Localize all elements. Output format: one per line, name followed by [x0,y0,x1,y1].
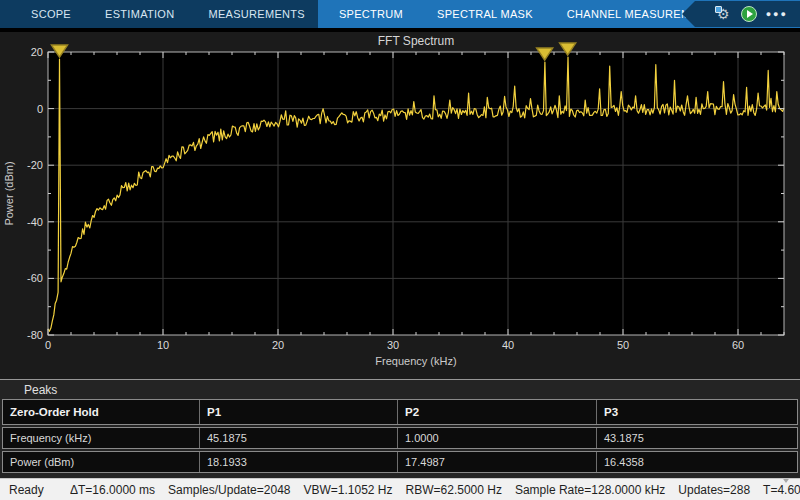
svg-text:30: 30 [387,339,399,351]
toolstrip-controls: ⚙︎ ●●● [682,1,800,27]
svg-text:-20: -20 [27,159,43,171]
peaks-table-cell: 43.1875 [596,428,795,448]
x-axis-label: Frequency (kHz) [375,355,456,367]
svg-text:-60: -60 [27,272,43,284]
svg-text:40: 40 [502,339,514,351]
status-bar: Ready ΔT=16.0000 msSamples/Update=2048VB… [0,478,800,500]
svg-text:0: 0 [37,103,43,115]
svg-text:10: 10 [157,339,169,351]
peaks-table-cell: 17.4987 [397,452,596,472]
peaks-table-header-cell: P2 [397,400,596,424]
chart-title: FFT Spectrum [378,34,454,48]
status-item: Sample Rate=128.0000 kHz [515,483,665,497]
peaks-table-cell: 16.4358 [596,452,795,472]
peaks-table-row: Frequency (kHz)45.18751.000043.1875 [2,427,798,449]
peaks-panel-title: Peaks [0,380,800,399]
status-item: Samples/Update=2048 [168,483,290,497]
svg-text:60: 60 [732,339,744,351]
peaks-table-cell: 18.1933 [199,452,397,472]
peaks-table-cell: Frequency (kHz) [3,428,199,448]
tab-spectral-mask[interactable]: SPECTRAL MASK [420,0,550,28]
play-icon [747,10,753,18]
peaks-table: Zero-Order HoldP1P2P3Frequency (kHz)45.1… [2,399,798,473]
tab-measurements[interactable]: MEASUREMENTS [191,0,322,28]
svg-text:20: 20 [31,46,43,58]
peaks-panel: Peaks Zero-Order HoldP1P2P3Frequency (kH… [0,379,800,478]
status-items: ΔT=16.0000 msSamples/Update=2048VBW=1.10… [70,483,800,497]
toolstrip-tab-bar: SCOPEESTIMATIONMEASUREMENTSSPECTRUMSPECT… [0,0,800,28]
y-axis-label: Power (dBm) [3,161,15,225]
peaks-table-header-cell: P3 [596,400,795,424]
tab-estimation[interactable]: ESTIMATION [88,0,191,28]
peaks-table-header-cell: P1 [199,400,397,424]
status-item: RBW=62.5000 Hz [406,483,502,497]
svg-text:50: 50 [617,339,629,351]
run-button[interactable] [741,6,757,22]
peaks-table-row: Power (dBm)18.193317.498716.4358 [2,451,798,473]
peaks-table-cell: 1.0000 [397,428,596,448]
status-item: Updates=288 [678,483,750,497]
status-item: VBW=1.1052 Hz [303,483,392,497]
peaks-table-header-row: Zero-Order HoldP1P2P3 [2,399,798,425]
peaks-table-header-cell: Zero-Order Hold [3,400,199,424]
peaks-table-cell: Power (dBm) [3,452,199,472]
svg-text:20: 20 [272,339,284,351]
status-state: Ready [0,483,70,497]
peaks-table-cell: 45.1875 [199,428,397,448]
ellipsis-icon[interactable]: ●●● [766,9,788,19]
settings-tag-icon [715,6,722,13]
tab-list: SCOPEESTIMATIONMEASUREMENTSSPECTRUMSPECT… [0,0,738,28]
gear-icon[interactable]: ⚙︎ [715,6,732,23]
status-item: ΔT=16.0000 ms [70,483,155,497]
svg-text:-40: -40 [27,216,43,228]
tab-spectrum[interactable]: SPECTRUM [322,0,420,28]
svg-text:0: 0 [45,339,51,351]
tab-scope[interactable]: SCOPE [14,0,88,28]
spectrum-plot[interactable]: 0102030405060200-20-40-60-80FFT Spectrum… [0,32,800,379]
collapse-statusbar-icon[interactable] [781,483,795,496]
svg-text:-80: -80 [27,329,43,341]
